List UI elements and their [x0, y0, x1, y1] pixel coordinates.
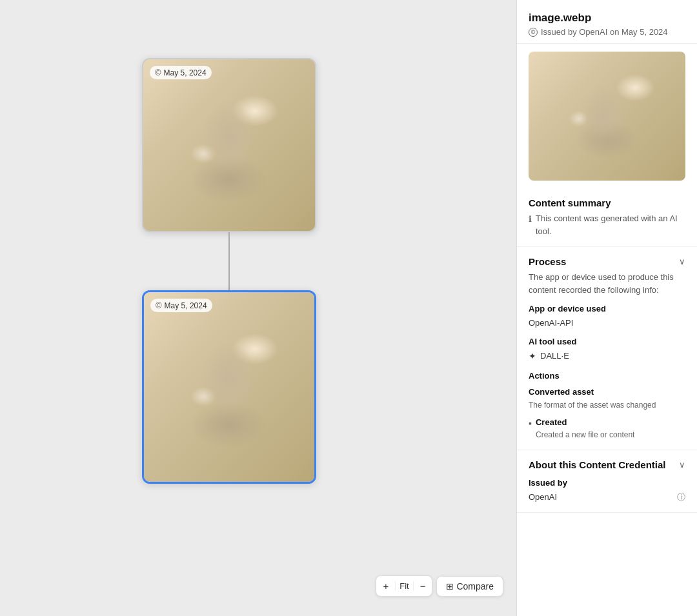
panel-title: image.webp	[529, 12, 685, 25]
canvas-toolbar: + Fit − ⊞ Compare	[376, 575, 503, 597]
zoom-control: + Fit −	[376, 575, 432, 597]
cr-icon-bottom: ©	[156, 301, 162, 310]
bottom-image-node[interactable]: © May 5, 2024	[142, 290, 316, 484]
process-description: The app or device used to produce this c…	[529, 272, 674, 295]
about-section: About this Content Credential ∨ Issued b…	[517, 450, 697, 513]
compare-button[interactable]: ⊞ Compare	[436, 576, 503, 597]
ai-tool-value: DALL·E	[540, 350, 569, 363]
action-0-title: Converted asset	[529, 386, 685, 399]
top-image-node[interactable]: © May 5, 2024	[142, 58, 316, 232]
content-summary-row: ℹ This content was generated with an AI …	[529, 212, 685, 237]
about-title: About this Content Credential	[529, 459, 666, 470]
dalle-icon: ✦	[529, 350, 536, 363]
issued-by-value: OpenAI	[529, 491, 557, 504]
action-item-1: ▪ Created Created a new file or content	[529, 416, 685, 441]
bottom-node-date: May 5, 2024	[165, 301, 207, 310]
content-summary-body: ℹ This content was generated with an AI …	[529, 212, 685, 237]
issued-by-row: OpenAI ⓘ	[529, 491, 685, 504]
top-node-badge: © May 5, 2024	[150, 66, 212, 79]
app-label: App or device used	[529, 303, 685, 315]
action-1-desc: Created a new file or content	[536, 429, 634, 441]
bottom-node-badge: © May 5, 2024	[150, 299, 212, 312]
content-summary-title: Content summary	[529, 197, 685, 208]
panel-subtitle: © Issued by OpenAI on May 5, 2024	[529, 27, 685, 37]
action-1-content: Created Created a new file or content	[536, 416, 634, 441]
zoom-in-button[interactable]: +	[376, 576, 395, 596]
content-summary-text: This content was generated with an AI to…	[536, 212, 685, 237]
panel-header: image.webp © Issued by OpenAI on May 5, …	[517, 0, 697, 44]
right-panel: image.webp © Issued by OpenAI on May 5, …	[516, 0, 697, 616]
cr-icon-top: ©	[155, 68, 161, 77]
process-title: Process	[529, 256, 566, 267]
zoom-out-button[interactable]: −	[414, 576, 432, 596]
compare-label: Compare	[456, 581, 494, 591]
app-value: OpenAI-API	[529, 317, 685, 330]
action-row-0: Converted asset The format of the asset …	[529, 386, 685, 411]
node-connector	[228, 232, 230, 292]
issued-by-label: Issued by	[529, 477, 685, 490]
about-section-header: About this Content Credential ∨	[529, 459, 685, 470]
top-cat-image	[143, 59, 315, 231]
about-chevron[interactable]: ∨	[679, 460, 685, 470]
compare-icon: ⊞	[446, 581, 454, 591]
panel-thumbnail	[529, 52, 685, 181]
process-section: Process ∨ The app or device used to prod…	[517, 247, 697, 450]
panel-subtitle-text: Issued by OpenAI on May 5, 2024	[541, 27, 668, 37]
process-body: The app or device used to produce this c…	[529, 271, 685, 441]
ai-tool-row: ✦ DALL·E	[529, 350, 685, 363]
action-1-icon: ▪	[529, 417, 532, 430]
action-1-title: Created	[536, 416, 634, 429]
content-summary-section: Content summary ℹ This content was gener…	[517, 188, 697, 247]
action-0-desc: The format of the asset was changed	[529, 399, 685, 411]
canvas-area: © May 5, 2024 © May 5, 2024 + Fit − ⊞ Co…	[0, 0, 516, 616]
process-section-header: Process ∨	[529, 256, 685, 267]
top-node-date: May 5, 2024	[164, 68, 207, 77]
actions-label: Actions	[529, 370, 685, 383]
bottom-cat-image	[144, 292, 314, 482]
cr-badge-icon-header: ©	[529, 28, 538, 37]
process-chevron[interactable]: ∨	[679, 257, 685, 266]
info-button[interactable]: ⓘ	[677, 491, 685, 504]
info-icon: ℹ	[529, 213, 532, 226]
ai-tool-label: AI tool used	[529, 335, 685, 348]
zoom-fit-label[interactable]: Fit	[395, 581, 413, 591]
about-body: Issued by OpenAI ⓘ	[529, 477, 685, 503]
